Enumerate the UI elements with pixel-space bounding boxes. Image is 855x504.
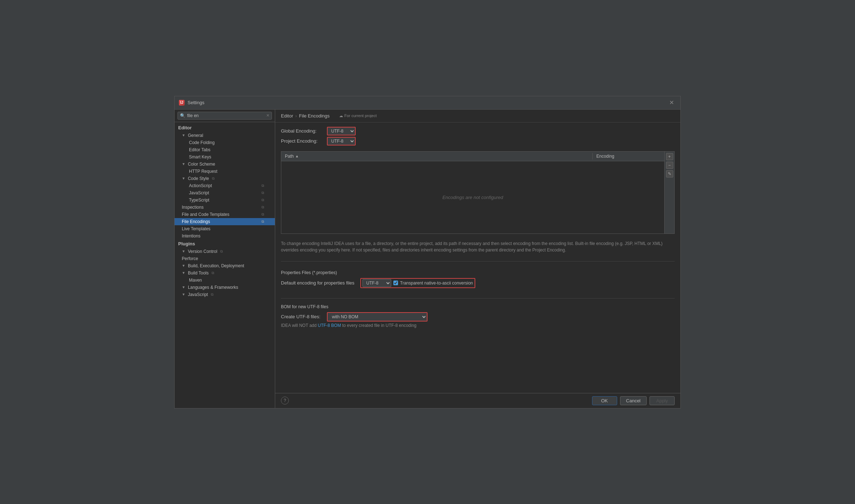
sidebar-item-javascript[interactable]: JavaScript ⧉ <box>175 189 275 196</box>
for-current-project: ☁ For current project <box>339 114 377 118</box>
breadcrumb-current: File Encodings <box>299 113 329 119</box>
apply-button[interactable]: Apply <box>650 396 675 405</box>
dialog-title: Settings <box>188 100 204 105</box>
sidebar-item-file-encodings[interactable]: File Encodings ⧉ <box>175 218 275 225</box>
encoding-settings: Global Encoding: UTF-8 Project Encoding:… <box>281 127 675 147</box>
sidebar: 🔍 ✕ Editor ▼ General Code Folding E <box>175 110 275 408</box>
color-scheme-label: Color Scheme <box>188 162 215 167</box>
bom-select[interactable]: with NO BOM <box>327 312 428 322</box>
sidebar-item-actionscript[interactable]: ActionScript ⧉ <box>175 182 275 189</box>
chevron-down-icon: ▼ <box>182 285 185 289</box>
sidebar-item-smart-keys[interactable]: Smart Keys <box>175 153 275 161</box>
bom-note-suffix: to every created file in UTF-8 encoding <box>341 323 416 328</box>
general-label: General <box>188 133 203 138</box>
sort-icon[interactable]: ▲ <box>295 154 299 158</box>
sidebar-item-build-execution[interactable]: ▼ Build, Execution, Deployment <box>175 262 275 269</box>
sidebar-item-code-folding[interactable]: Code Folding <box>175 139 275 146</box>
default-encoding-row: Default encoding for properties files UT… <box>281 278 675 288</box>
sidebar-item-build-tools[interactable]: ▼ Build Tools ⧉ <box>175 269 275 277</box>
global-encoding-row: Global Encoding: UTF-8 <box>281 127 675 135</box>
copy-icon: ⧉ <box>262 219 264 224</box>
chevron-down-icon: ▼ <box>182 162 185 166</box>
sidebar-item-plugins[interactable]: Plugins <box>175 240 275 248</box>
copy-icon: ⧉ <box>262 184 264 188</box>
copy-icon: ⧉ <box>262 205 264 209</box>
project-encoding-row: Project Encoding: UTF-8 <box>281 137 675 145</box>
default-encoding-highlight: UTF-8 Transparent native-to-ascii conver… <box>360 278 475 288</box>
chevron-down-icon: ▼ <box>182 249 185 253</box>
copy-icon: ⧉ <box>262 212 264 217</box>
global-encoding-select[interactable]: UTF-8 <box>327 127 356 135</box>
chevron-down-icon: ▼ <box>182 271 185 275</box>
sidebar-item-intentions[interactable]: Intentions <box>175 232 275 240</box>
table-actions: + − ✎ <box>664 152 674 233</box>
default-encoding-select[interactable]: UTF-8 <box>362 279 391 287</box>
copy-icon: ⧉ <box>212 271 214 275</box>
table-main: Path ▲ Encoding Encodings are not config… <box>281 152 664 233</box>
transparent-checkbox[interactable] <box>393 281 398 285</box>
sidebar-item-editor[interactable]: Editor <box>175 124 275 132</box>
properties-section-title: Properties Files (*.properties) <box>281 270 675 275</box>
search-icon: 🔍 <box>180 113 185 118</box>
global-encoding-label: Global Encoding: <box>281 128 324 134</box>
version-control-label: Version Control <box>188 249 217 254</box>
sidebar-item-http-request[interactable]: HTTP Request <box>175 168 275 175</box>
transparent-row: Transparent native-to-ascii conversion <box>393 281 473 286</box>
cloud-icon: ☁ <box>339 114 343 118</box>
table-edit-button[interactable]: ✎ <box>666 170 673 177</box>
title-bar-left: IJ Settings <box>179 100 204 106</box>
info-text: To change encoding IntelliJ IDEA uses fo… <box>281 238 675 255</box>
copy-icon: ⧉ <box>212 176 214 181</box>
table-col-encoding: Encoding <box>592 153 664 159</box>
sidebar-item-general[interactable]: ▼ General <box>175 132 275 139</box>
sidebar-item-file-code-templates[interactable]: File and Code Templates ⧉ <box>175 211 275 218</box>
sidebar-item-editor-tabs[interactable]: Editor Tabs <box>175 146 275 153</box>
dialog-body: 🔍 ✕ Editor ▼ General Code Folding E <box>175 110 680 408</box>
sidebar-item-version-control[interactable]: ▼ Version Control ⧉ <box>175 248 275 255</box>
sidebar-item-languages-frameworks[interactable]: ▼ Languages & Frameworks <box>175 284 275 291</box>
sidebar-item-maven[interactable]: Maven <box>175 277 275 284</box>
nav-tree: Editor ▼ General Code Folding Editor Tab… <box>175 122 275 408</box>
help-button[interactable]: ? <box>281 397 289 404</box>
sidebar-item-inspections[interactable]: Inspections ⧉ <box>175 204 275 211</box>
build-tools-label: Build Tools <box>188 271 209 276</box>
table-body: Encodings are not configured <box>281 161 664 233</box>
search-clear-icon[interactable]: ✕ <box>266 113 269 118</box>
cancel-button[interactable]: Cancel <box>620 396 647 405</box>
sidebar-item-live-templates[interactable]: Live Templates <box>175 225 275 232</box>
table-add-button[interactable]: + <box>666 153 673 160</box>
sidebar-item-typescript[interactable]: TypeScript ⧉ <box>175 196 275 204</box>
copy-icon: ⧉ <box>211 292 213 297</box>
copy-icon: ⧉ <box>220 249 223 254</box>
project-encoding-select[interactable]: UTF-8 <box>327 137 356 145</box>
bom-section-title: BOM for new UTF-8 files <box>281 304 675 309</box>
build-execution-label: Build, Execution, Deployment <box>188 263 244 268</box>
dialog-footer: ? OK Cancel Apply <box>275 393 680 408</box>
table-remove-button[interactable]: − <box>666 162 673 169</box>
encodings-table: Path ▲ Encoding Encodings are not config… <box>281 151 675 234</box>
chevron-down-icon: ▼ <box>182 133 185 137</box>
breadcrumb-separator: › <box>295 113 297 119</box>
js-label: JavaScript <box>188 292 208 297</box>
bom-note-prefix: IDEA will NOT add <box>281 323 318 328</box>
section-divider <box>281 261 675 262</box>
bom-row: Create UTF-8 files: with NO BOM <box>281 312 675 322</box>
ok-button[interactable]: OK <box>592 396 617 405</box>
search-input[interactable] <box>187 113 264 118</box>
bom-section: BOM for new UTF-8 files Create UTF-8 fil… <box>281 304 675 328</box>
sidebar-item-perforce[interactable]: Perforce <box>175 255 275 262</box>
app-icon: IJ <box>179 100 185 106</box>
sidebar-item-js[interactable]: ▼ JavaScript ⧉ <box>175 291 275 298</box>
close-button[interactable]: ✕ <box>667 99 676 106</box>
content-body: Global Encoding: UTF-8 Project Encoding:… <box>275 122 680 393</box>
sidebar-item-color-scheme[interactable]: ▼ Color Scheme <box>175 161 275 168</box>
footer-left: ? <box>281 397 289 404</box>
content-header: Editor › File Encodings ☁ For current pr… <box>275 110 680 122</box>
bom-link[interactable]: UTF-8 BOM <box>318 323 341 328</box>
chevron-down-icon: ▼ <box>182 176 185 180</box>
properties-section: Properties Files (*.properties) Default … <box>281 267 675 292</box>
bom-label: Create UTF-8 files: <box>281 314 324 319</box>
for-current-project-text: For current project <box>345 114 377 118</box>
bom-divider <box>281 298 675 299</box>
sidebar-item-code-style[interactable]: ▼ Code Style ⧉ <box>175 175 275 182</box>
